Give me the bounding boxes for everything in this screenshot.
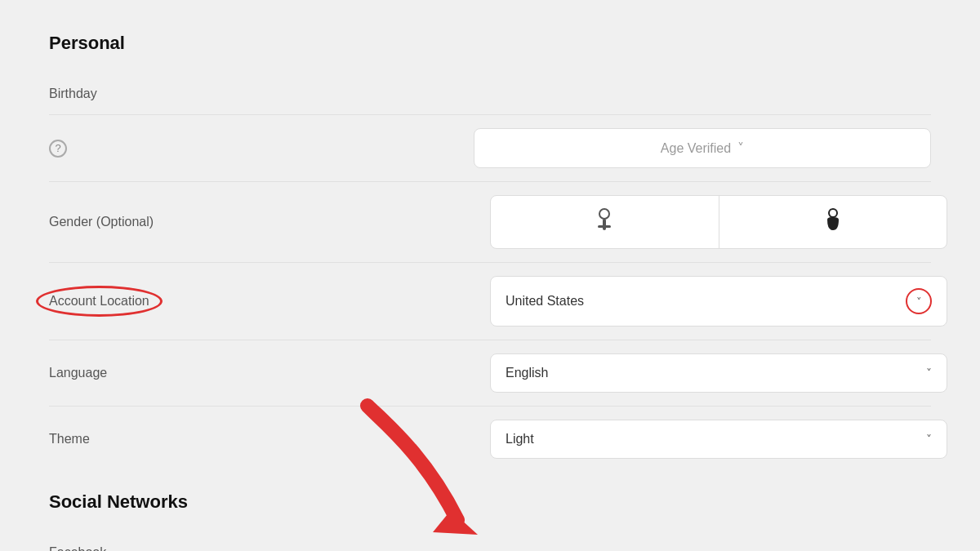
chevron-down-icon: ˅ xyxy=(916,295,922,308)
age-verified-control: Age Verified ˅ xyxy=(474,128,931,168)
svg-point-0 xyxy=(599,209,609,219)
facebook-label: Facebook xyxy=(49,545,212,551)
account-location-control: United States ˅ xyxy=(490,276,947,327)
personal-section-title: Personal xyxy=(49,33,931,54)
language-dropdown[interactable]: English ˅ xyxy=(490,353,947,393)
language-label: Language xyxy=(49,366,212,380)
svg-marker-4 xyxy=(433,510,478,535)
svg-rect-1 xyxy=(603,219,606,230)
account-location-label: Account Location xyxy=(49,294,212,309)
svg-rect-2 xyxy=(598,225,611,228)
account-location-dropdown[interactable]: United States ˅ xyxy=(490,276,947,327)
svg-point-3 xyxy=(829,209,837,217)
age-verified-dropdown[interactable]: Age Verified ˅ xyxy=(474,128,931,168)
social-networks-section-title: Social Networks xyxy=(49,491,931,513)
theme-dropdown[interactable]: Light ˅ xyxy=(490,420,947,459)
theme-control: Light ˅ xyxy=(490,420,947,459)
help-icon[interactable]: ? xyxy=(49,140,67,158)
gender-control xyxy=(490,195,947,249)
theme-row: Theme Light ˅ xyxy=(49,407,931,472)
theme-value: Light xyxy=(506,432,534,447)
language-chevron-icon: ˅ xyxy=(926,367,932,380)
language-control: English ˅ xyxy=(490,353,947,393)
age-verified-row: ? Age Verified ˅ xyxy=(49,115,931,182)
account-location-chevron-circle[interactable]: ˅ xyxy=(906,288,932,314)
account-location-row: Account Location United States ˅ xyxy=(49,263,931,340)
gender-row: Gender (Optional) xyxy=(49,182,931,263)
theme-label: Theme xyxy=(49,432,212,447)
age-verified-chevron-icon: ˅ xyxy=(737,140,744,156)
age-verified-value: Age Verified xyxy=(661,141,731,156)
facebook-row: Facebook xyxy=(49,532,931,551)
birthday-row: Birthday xyxy=(49,73,931,115)
theme-chevron-icon: ˅ xyxy=(926,433,932,446)
account-location-value: United States xyxy=(506,294,584,309)
gender-female-button[interactable] xyxy=(719,196,947,248)
account-location-label-circled: Account Location xyxy=(49,294,149,309)
language-value: English xyxy=(506,366,548,380)
birthday-label: Birthday xyxy=(49,87,212,101)
gender-male-button[interactable] xyxy=(491,196,719,248)
language-row: Language English ˅ xyxy=(49,340,931,407)
gender-toggle xyxy=(490,195,947,249)
gender-label: Gender (Optional) xyxy=(49,215,212,229)
